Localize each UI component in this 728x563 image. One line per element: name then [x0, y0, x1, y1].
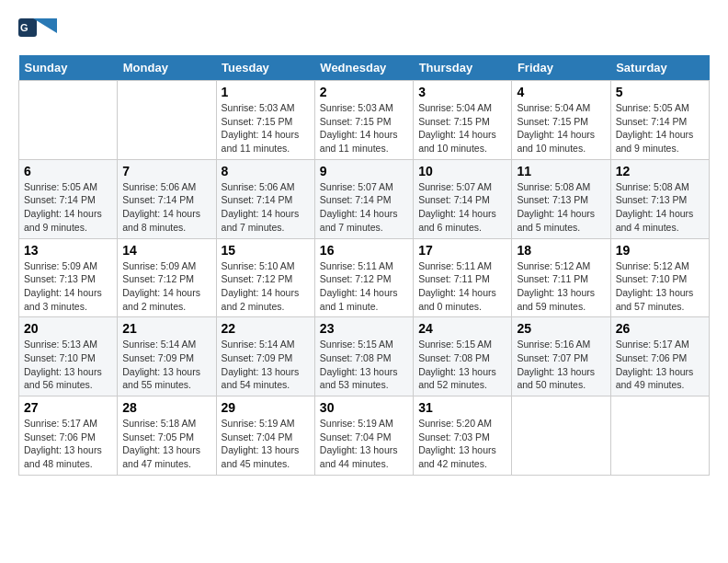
calendar-cell: 9Sunrise: 5:07 AM Sunset: 7:14 PM Daylig… [314, 159, 413, 238]
day-number: 6 [24, 164, 112, 178]
calendar-cell: 4Sunrise: 5:04 AM Sunset: 7:15 PM Daylig… [512, 81, 610, 160]
calendar-cell: 17Sunrise: 5:11 AM Sunset: 7:11 PM Dayli… [414, 238, 512, 317]
day-info: Sunrise: 5:08 AM Sunset: 7:13 PM Dayligh… [517, 180, 605, 235]
day-number: 4 [517, 85, 605, 99]
calendar-table: SundayMondayTuesdayWednesdayThursdayFrid… [18, 55, 710, 476]
calendar-cell [118, 81, 216, 160]
day-number: 30 [320, 400, 408, 415]
day-info: Sunrise: 5:09 AM Sunset: 7:12 PM Dayligh… [122, 259, 210, 314]
day-number: 18 [517, 243, 605, 258]
day-number: 26 [616, 321, 704, 336]
day-number: 19 [616, 243, 704, 258]
day-info: Sunrise: 5:05 AM Sunset: 7:14 PM Dayligh… [24, 180, 112, 235]
calendar-cell: 19Sunrise: 5:12 AM Sunset: 7:10 PM Dayli… [610, 238, 709, 317]
day-info: Sunrise: 5:17 AM Sunset: 7:06 PM Dayligh… [24, 417, 112, 471]
week-row-1: 1Sunrise: 5:03 AM Sunset: 7:15 PM Daylig… [19, 81, 710, 160]
day-info: Sunrise: 5:15 AM Sunset: 7:08 PM Dayligh… [320, 338, 408, 392]
calendar-cell: 2Sunrise: 5:03 AM Sunset: 7:15 PM Daylig… [314, 81, 413, 160]
calendar-cell: 27Sunrise: 5:17 AM Sunset: 7:06 PM Dayli… [19, 396, 118, 476]
calendar-cell: 26Sunrise: 5:17 AM Sunset: 7:06 PM Dayli… [610, 317, 709, 396]
day-header-monday: Monday [118, 55, 216, 81]
calendar-cell: 13Sunrise: 5:09 AM Sunset: 7:13 PM Dayli… [19, 238, 118, 317]
day-info: Sunrise: 5:09 AM Sunset: 7:13 PM Dayligh… [24, 259, 112, 314]
day-number: 1 [222, 85, 310, 99]
day-number: 21 [122, 321, 210, 336]
calendar-cell: 21Sunrise: 5:14 AM Sunset: 7:09 PM Dayli… [118, 317, 216, 396]
day-info: Sunrise: 5:19 AM Sunset: 7:04 PM Dayligh… [320, 417, 408, 471]
week-row-4: 20Sunrise: 5:13 AM Sunset: 7:10 PM Dayli… [19, 317, 710, 396]
calendar-cell: 31Sunrise: 5:20 AM Sunset: 7:03 PM Dayli… [414, 396, 512, 476]
day-info: Sunrise: 5:14 AM Sunset: 7:09 PM Dayligh… [222, 338, 310, 392]
calendar-cell: 16Sunrise: 5:11 AM Sunset: 7:12 PM Dayli… [314, 238, 413, 317]
day-number: 24 [418, 321, 506, 336]
day-number: 15 [222, 243, 310, 258]
calendar-body: 1Sunrise: 5:03 AM Sunset: 7:15 PM Daylig… [19, 81, 710, 476]
day-info: Sunrise: 5:18 AM Sunset: 7:05 PM Dayligh… [122, 417, 210, 471]
day-number: 7 [122, 164, 210, 178]
logo-icon: G [18, 18, 57, 46]
calendar-cell [512, 396, 610, 476]
calendar-cell: 15Sunrise: 5:10 AM Sunset: 7:12 PM Dayli… [216, 238, 314, 317]
day-number: 11 [517, 164, 605, 178]
calendar-cell: 8Sunrise: 5:06 AM Sunset: 7:14 PM Daylig… [216, 159, 314, 238]
day-header-friday: Friday [512, 55, 610, 81]
day-info: Sunrise: 5:12 AM Sunset: 7:10 PM Dayligh… [616, 259, 704, 314]
day-info: Sunrise: 5:19 AM Sunset: 7:04 PM Dayligh… [222, 417, 310, 471]
day-info: Sunrise: 5:17 AM Sunset: 7:06 PM Dayligh… [616, 338, 704, 392]
day-number: 17 [418, 243, 506, 258]
calendar-cell: 14Sunrise: 5:09 AM Sunset: 7:12 PM Dayli… [118, 238, 216, 317]
day-info: Sunrise: 5:07 AM Sunset: 7:14 PM Dayligh… [320, 180, 408, 235]
calendar-cell: 11Sunrise: 5:08 AM Sunset: 7:13 PM Dayli… [512, 159, 610, 238]
calendar-cell: 22Sunrise: 5:14 AM Sunset: 7:09 PM Dayli… [216, 317, 314, 396]
day-info: Sunrise: 5:11 AM Sunset: 7:11 PM Dayligh… [418, 259, 506, 314]
calendar-cell: 12Sunrise: 5:08 AM Sunset: 7:13 PM Dayli… [610, 159, 709, 238]
day-number: 23 [320, 321, 408, 336]
day-info: Sunrise: 5:10 AM Sunset: 7:12 PM Dayligh… [222, 259, 310, 314]
day-header-saturday: Saturday [610, 55, 709, 81]
day-number: 10 [418, 164, 506, 178]
day-number: 27 [24, 400, 112, 415]
day-number: 28 [122, 400, 210, 415]
day-info: Sunrise: 5:13 AM Sunset: 7:10 PM Dayligh… [24, 338, 112, 392]
day-info: Sunrise: 5:12 AM Sunset: 7:11 PM Dayligh… [517, 259, 605, 314]
calendar-cell: 6Sunrise: 5:05 AM Sunset: 7:14 PM Daylig… [19, 159, 118, 238]
day-header-thursday: Thursday [414, 55, 512, 81]
day-number: 3 [418, 85, 506, 99]
week-row-3: 13Sunrise: 5:09 AM Sunset: 7:13 PM Dayli… [19, 238, 710, 317]
day-header-sunday: Sunday [19, 55, 118, 81]
day-info: Sunrise: 5:11 AM Sunset: 7:12 PM Dayligh… [320, 259, 408, 314]
day-number: 25 [517, 321, 605, 336]
day-info: Sunrise: 5:07 AM Sunset: 7:14 PM Dayligh… [418, 180, 506, 235]
day-number: 20 [24, 321, 112, 336]
calendar-cell: 29Sunrise: 5:19 AM Sunset: 7:04 PM Dayli… [216, 396, 314, 476]
calendar-cell: 18Sunrise: 5:12 AM Sunset: 7:11 PM Dayli… [512, 238, 610, 317]
calendar-cell: 24Sunrise: 5:15 AM Sunset: 7:08 PM Dayli… [414, 317, 512, 396]
day-info: Sunrise: 5:03 AM Sunset: 7:15 PM Dayligh… [320, 101, 408, 155]
day-number: 12 [616, 164, 704, 178]
calendar-cell: 10Sunrise: 5:07 AM Sunset: 7:14 PM Dayli… [414, 159, 512, 238]
calendar-cell: 28Sunrise: 5:18 AM Sunset: 7:05 PM Dayli… [118, 396, 216, 476]
week-row-5: 27Sunrise: 5:17 AM Sunset: 7:06 PM Dayli… [19, 396, 710, 476]
day-number: 22 [222, 321, 310, 336]
day-info: Sunrise: 5:08 AM Sunset: 7:13 PM Dayligh… [616, 180, 704, 235]
day-info: Sunrise: 5:16 AM Sunset: 7:07 PM Dayligh… [517, 338, 605, 392]
day-number: 13 [24, 243, 112, 258]
calendar-cell [19, 81, 118, 160]
day-info: Sunrise: 5:15 AM Sunset: 7:08 PM Dayligh… [418, 338, 506, 392]
day-info: Sunrise: 5:14 AM Sunset: 7:09 PM Dayligh… [122, 338, 210, 392]
day-number: 29 [222, 400, 310, 415]
calendar-cell: 7Sunrise: 5:06 AM Sunset: 7:14 PM Daylig… [118, 159, 216, 238]
day-number: 8 [222, 164, 310, 178]
day-info: Sunrise: 5:04 AM Sunset: 7:15 PM Dayligh… [517, 101, 605, 155]
day-info: Sunrise: 5:06 AM Sunset: 7:14 PM Dayligh… [222, 180, 310, 235]
day-number: 14 [122, 243, 210, 258]
day-number: 2 [320, 85, 408, 99]
day-header-tuesday: Tuesday [216, 55, 314, 81]
page-header: G [18, 18, 710, 46]
day-number: 9 [320, 164, 408, 178]
calendar-cell: 25Sunrise: 5:16 AM Sunset: 7:07 PM Dayli… [512, 317, 610, 396]
day-header-wednesday: Wednesday [314, 55, 413, 81]
logo: G [18, 18, 61, 46]
day-info: Sunrise: 5:03 AM Sunset: 7:15 PM Dayligh… [222, 101, 310, 155]
calendar-cell: 20Sunrise: 5:13 AM Sunset: 7:10 PM Dayli… [19, 317, 118, 396]
